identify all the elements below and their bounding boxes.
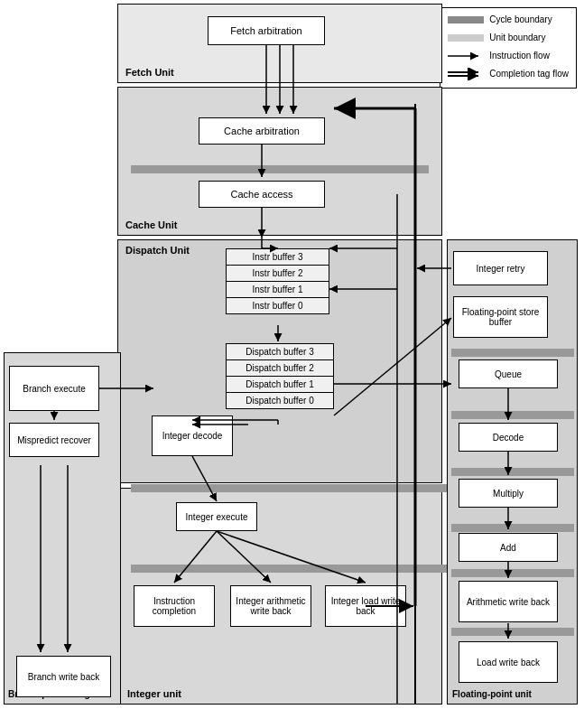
- cycle-bar-2: [131, 484, 447, 492]
- fp-add-box: Add: [459, 533, 558, 562]
- int-execute-box: Integer execute: [176, 502, 257, 531]
- branch-wb-box: Branch write back: [16, 656, 111, 697]
- legend-instr-flow: Instruction flow: [448, 48, 569, 64]
- branch-execute-box: Branch execute: [9, 366, 99, 411]
- instr-buffer-0: Instr buffer 0: [227, 298, 329, 313]
- legend: Cycle boundary Unit boundary Instruction…: [440, 7, 577, 89]
- cache-unit: Cache Unit: [117, 87, 442, 236]
- dispatch-buffer-0: Dispatch buffer 0: [227, 393, 333, 408]
- cache-access-box: Cache access: [199, 181, 325, 208]
- cycle-bar-1: [131, 165, 429, 173]
- cycle-bar-fp1: [451, 349, 574, 357]
- int-retry-box: Integer retry: [453, 251, 548, 285]
- dispatch-buffers: Dispatch buffer 3 Dispatch buffer 2 Disp…: [226, 343, 334, 409]
- instr-buffer-1: Instr buffer 1: [227, 282, 329, 298]
- cycle-bar-fp5: [451, 569, 574, 577]
- fp-queue-box: Queue: [459, 359, 558, 388]
- fp-unit-label: Floating-point unit: [452, 689, 532, 699]
- int-load-wb-box: Integer load write back: [325, 585, 406, 627]
- fp-multiply-box: Multiply: [459, 479, 558, 508]
- legend-unit: Unit boundary: [448, 30, 569, 46]
- dispatch-buffer-2: Dispatch buffer 2: [227, 360, 333, 377]
- instr-completion-box: Instruction completion: [134, 585, 215, 627]
- instr-buffer-2: Instr buffer 2: [227, 266, 329, 282]
- fp-decode-box: Decode: [459, 423, 558, 452]
- dispatch-buffer-1: Dispatch buffer 1: [227, 377, 333, 393]
- int-decode-box: Integer decode: [152, 415, 233, 456]
- fetch-unit-label: Fetch Unit: [125, 67, 174, 78]
- cycle-bar-fp3: [451, 468, 574, 476]
- integer-unit-label: Integer unit: [127, 688, 181, 699]
- fp-store-box: Floating-point store buffer: [453, 296, 548, 338]
- legend-cycle: Cycle boundary: [448, 12, 569, 28]
- cache-arb-box: Cache arbitration: [199, 117, 325, 145]
- dispatch-buffer-3: Dispatch buffer 3: [227, 344, 333, 360]
- instr-buffers: Instr buffer 3 Instr buffer 2 Instr buff…: [226, 248, 329, 314]
- mispredict-box: Mispredict recover: [9, 423, 99, 457]
- diagram-container: Cycle boundary Unit boundary Instruction…: [0, 0, 584, 728]
- dispatch-unit-label: Dispatch Unit: [125, 245, 190, 256]
- cycle-bar-fp2: [451, 411, 574, 419]
- fp-load-wb-box: Load write back: [459, 641, 558, 683]
- cycle-bar-3: [131, 565, 447, 573]
- int-arith-wb-box: Integer arithmetic write back: [230, 585, 311, 627]
- cycle-bar-fp6: [451, 628, 574, 636]
- fp-arith-wb-box: Arithmetic write back: [459, 581, 558, 622]
- instr-buffer-3: Instr buffer 3: [227, 249, 329, 266]
- fetch-arb-box: Fetch arbitration: [208, 16, 325, 45]
- cache-unit-label: Cache Unit: [125, 219, 177, 230]
- legend-completion-flow: Completion tag flow: [448, 66, 569, 82]
- cycle-bar-fp4: [451, 524, 574, 532]
